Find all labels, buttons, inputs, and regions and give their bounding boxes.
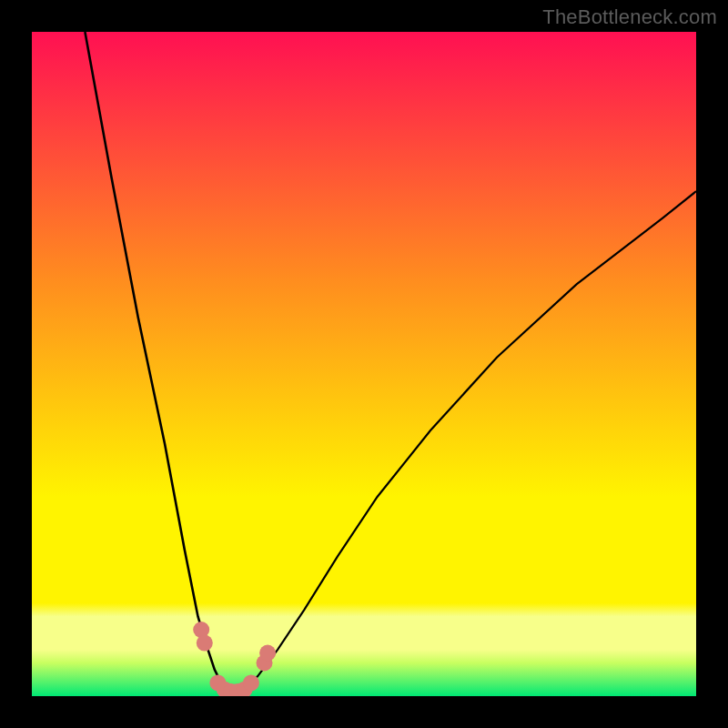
curve-left [85, 32, 234, 693]
watermark-text: TheBottleneck.com [542, 5, 717, 29]
marker-dot [197, 635, 213, 652]
curve-right [235, 191, 696, 693]
marker-dot [243, 674, 259, 691]
highlight-markers [193, 622, 276, 696]
chart-frame: TheBottleneck.com [0, 0, 728, 728]
curves-layer [32, 32, 696, 696]
plot-area [32, 32, 696, 696]
marker-dot [259, 645, 276, 662]
